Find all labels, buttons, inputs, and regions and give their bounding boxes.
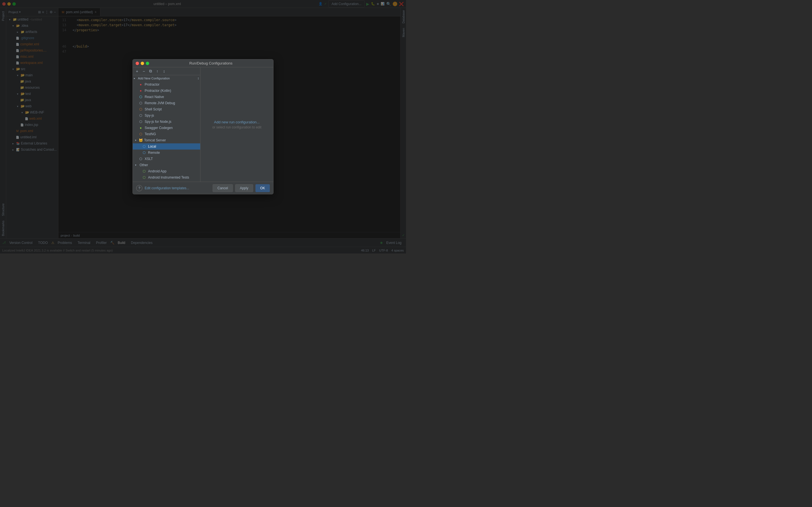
tomcat-remote-icon: ⬡ [142, 151, 146, 155]
protractor-kotlin-label: Protractor (Kotlin) [145, 89, 171, 93]
select-config-hint: or select run configuration to edit [212, 125, 261, 129]
tomcat-chevron-icon: ▾ [135, 139, 138, 142]
tree-item-android-instrumented[interactable]: ⬡ Android Instrumented Tests [133, 174, 200, 180]
protractor-kotlin-icon: ● [139, 89, 143, 93]
xslt-icon: ⬡ [139, 157, 143, 161]
remote-jvm-label: Remote JVM Debug [145, 101, 175, 105]
modal-footer-right: Cancel Apply OK [213, 184, 270, 192]
modal-body: + − ⧉ ↑ ↕ ▸ Add New Configuration ↕ ● Pr… [133, 67, 273, 182]
android-instrumented-label: Android Instrumented Tests [148, 175, 189, 179]
header-label: Add New Configuration [138, 76, 170, 80]
modal-close-button[interactable] [136, 62, 139, 65]
android-instrumented-icon: ⬡ [142, 175, 146, 180]
shell-script-label: Shell Script [145, 107, 162, 111]
remove-config-btn[interactable]: − [141, 68, 147, 74]
modal-minimize-button[interactable] [141, 62, 144, 65]
tree-item-shell-script[interactable]: ⬡ Shell Script [133, 106, 200, 112]
help-button[interactable]: ? [136, 185, 142, 191]
sort-btn[interactable]: ↕ [161, 68, 167, 74]
cancel-button[interactable]: Cancel [213, 184, 233, 192]
edit-templates-link[interactable]: Edit configuration templates... [145, 186, 189, 190]
testng-icon: ⬡ [139, 132, 143, 136]
tree-item-xslt[interactable]: ⬡ XSLT [133, 156, 200, 162]
tomcat-local-icon: ⬡ [142, 144, 146, 149]
modal-maximize-button[interactable] [146, 62, 149, 65]
android-app-label: Android App [148, 169, 166, 173]
modal-title: Run/Debug Configurations [151, 61, 270, 65]
tree-item-protractor-kotlin[interactable]: ● Protractor (Kotlin) [133, 88, 200, 94]
sort-icon: ↕ [197, 76, 199, 80]
modal-traffic-lights[interactable] [136, 62, 149, 65]
swagger-label: Swagger Codegen [145, 126, 172, 130]
modal-sidebar-toolbar: + − ⧉ ↑ ↕ [133, 67, 200, 75]
tree-item-protractor[interactable]: ● Protractor [133, 81, 200, 88]
swagger-icon: ● [139, 126, 143, 130]
tree-item-spy-js[interactable]: ⬡ Spy-js [133, 112, 200, 119]
run-debug-modal: Run/Debug Configurations + − ⧉ ↑ ↕ ▸ Add… [133, 59, 273, 194]
tree-group-other[interactable]: ▾ Other [133, 162, 200, 168]
tomcat-label: Tomcat Server [144, 138, 166, 142]
modal-titlebar: Run/Debug Configurations [133, 59, 273, 67]
tree-item-spy-js-node[interactable]: ⬡ Spy-js for Node.js [133, 119, 200, 125]
header-chevron: ▸ [134, 77, 137, 80]
tree-item-swagger[interactable]: ● Swagger Codegen [133, 125, 200, 131]
tomcat-remote-label: Remote [148, 151, 160, 155]
modal-overlay: Run/Debug Configurations + − ⧉ ↑ ↕ ▸ Add… [0, 0, 406, 253]
tree-header-add-new: ▸ Add New Configuration ↕ [133, 75, 200, 81]
ok-button[interactable]: OK [255, 184, 270, 192]
tree-item-remote-jvm[interactable]: ⬡ Remote JVM Debug [133, 100, 200, 106]
tree-item-react-native[interactable]: ⬡ React Native [133, 94, 200, 100]
modal-content-area: Add new run configuration... or select r… [200, 67, 273, 182]
react-native-label: React Native [145, 95, 164, 99]
move-up-btn[interactable]: ↑ [154, 68, 160, 74]
copy-config-btn[interactable]: ⧉ [147, 68, 154, 74]
spy-js-label: Spy-js [145, 114, 154, 117]
add-config-btn[interactable]: + [134, 68, 140, 74]
other-chevron-icon: ▾ [135, 164, 138, 166]
tomcat-local-label: Local [148, 145, 156, 149]
protractor-icon: ● [139, 82, 143, 87]
protractor-label: Protractor [145, 82, 160, 87]
other-label: Other [140, 163, 148, 167]
testng-label: TestNG [145, 132, 156, 136]
spy-js-node-icon: ⬡ [139, 119, 143, 124]
tree-group-tomcat[interactable]: ▾ 🐱 Tomcat Server [133, 137, 200, 144]
xslt-label: XSLT [145, 157, 153, 161]
tomcat-icon: 🐱 [139, 138, 143, 143]
tree-item-tomcat-local[interactable]: ⬡ Local [133, 144, 200, 150]
android-app-icon: ⬡ [142, 169, 146, 173]
spy-js-icon: ⬡ [139, 113, 143, 118]
tree-item-android-app[interactable]: ⬡ Android App [133, 168, 200, 174]
shell-script-icon: ⬡ [139, 107, 143, 112]
modal-footer: ? Edit configuration templates... Cancel… [133, 182, 273, 194]
spy-js-node-label: Spy-js for Node.js [145, 120, 171, 124]
apply-button[interactable]: Apply [235, 184, 253, 192]
modal-config-sidebar: + − ⧉ ↑ ↕ ▸ Add New Configuration ↕ ● Pr… [133, 67, 200, 182]
tree-item-testng[interactable]: ⬡ TestNG [133, 131, 200, 137]
react-native-icon: ⬡ [139, 95, 143, 99]
add-new-config-hint[interactable]: Add new run configuration... [214, 120, 260, 124]
remote-jvm-icon: ⬡ [139, 101, 143, 105]
modal-footer-left: ? Edit configuration templates... [136, 185, 189, 191]
tree-item-tomcat-remote[interactable]: ⬡ Remote [133, 150, 200, 156]
